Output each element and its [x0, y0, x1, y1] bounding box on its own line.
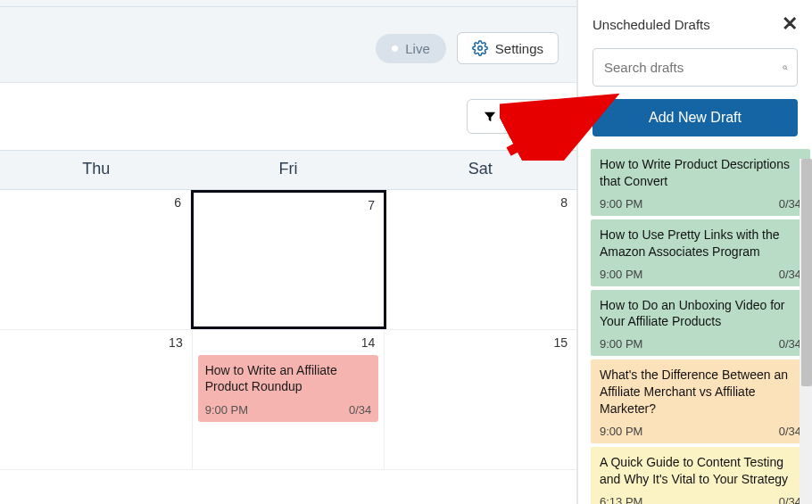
- day-head-sat: Sat: [385, 151, 576, 189]
- draft-title: How to Use Pretty Links with the Amazon …: [600, 227, 801, 260]
- draft-time: 6:13 PM: [600, 495, 642, 504]
- filters-label: Filters: [505, 109, 542, 124]
- svg-point-1: [783, 65, 787, 69]
- draft-title: A Quick Guide to Content Testing and Why…: [600, 454, 801, 488]
- add-new-draft-button[interactable]: Add New Draft: [592, 99, 798, 136]
- draft-card[interactable]: How to Do an Unboxing Video for Your Aff…: [591, 290, 810, 357]
- calendar-cell[interactable]: 15: [385, 330, 576, 469]
- event-title: How to Write an Affiliate Product Roundu…: [205, 362, 372, 394]
- calendar-cell[interactable]: 13: [0, 330, 193, 469]
- live-dot-icon: [392, 45, 398, 52]
- close-icon[interactable]: ✕: [782, 12, 798, 36]
- draft-title: How to Do an Unboxing Video for Your Aff…: [600, 297, 801, 331]
- header-bar: Live Settings: [0, 7, 576, 83]
- cell-date: 15: [390, 335, 571, 350]
- event-time: 9:00 PM: [205, 403, 248, 417]
- cell-date: 6: [5, 195, 185, 210]
- draft-count: 0/34: [779, 268, 801, 281]
- draft-card[interactable]: What's the Difference Between an Affilia…: [591, 359, 810, 443]
- settings-button[interactable]: Settings: [457, 32, 559, 64]
- draft-card[interactable]: A Quick Guide to Content Testing and Why…: [591, 447, 810, 504]
- calendar-cell[interactable]: 8: [386, 190, 576, 329]
- svg-line-2: [786, 68, 788, 70]
- live-label: Live: [405, 41, 430, 56]
- draft-count: 0/34: [779, 197, 801, 211]
- settings-label: Settings: [495, 41, 543, 56]
- calendar-cell-selected[interactable]: 7: [191, 190, 386, 329]
- draft-count: 0/34: [779, 495, 801, 504]
- calendar-cell[interactable]: 6: [0, 190, 191, 329]
- drafts-list[interactable]: How to Write Product Descriptions that C…: [578, 149, 812, 504]
- funnel-icon: [484, 111, 496, 123]
- draft-card[interactable]: How to Write Product Descriptions that C…: [591, 149, 810, 216]
- scrollbar-track[interactable]: [800, 159, 812, 504]
- draft-time: 9:00 PM: [600, 268, 642, 281]
- draft-title: What's the Difference Between an Affilia…: [600, 367, 801, 417]
- cell-date: 14: [198, 335, 379, 350]
- filters-button[interactable]: Filters: [467, 99, 559, 134]
- draft-time: 9:00 PM: [600, 425, 642, 438]
- calendar-cell[interactable]: 14 How to Write an Affiliate Product Rou…: [193, 330, 385, 469]
- cell-date: 7: [199, 198, 378, 212]
- calendar-header: Thu Fri Sat: [0, 150, 576, 190]
- draft-time: 9:00 PM: [600, 197, 642, 211]
- draft-count: 0/34: [779, 337, 801, 351]
- drafts-sidebar: Unscheduled Drafts ✕ Add New Draft How t…: [578, 0, 812, 504]
- gear-icon: [472, 40, 488, 56]
- sidebar-title: Unscheduled Drafts: [592, 17, 710, 32]
- calendar-grid: 6 7 8 13 14 How to: [0, 190, 576, 470]
- scrollbar-thumb[interactable]: [801, 159, 812, 386]
- draft-count: 0/34: [779, 425, 801, 438]
- search-input[interactable]: [595, 51, 783, 84]
- day-head-thu: Thu: [0, 151, 192, 189]
- day-head-fri: Fri: [192, 151, 384, 189]
- cell-date: 13: [5, 335, 186, 350]
- search-box[interactable]: [592, 48, 798, 87]
- draft-time: 9:00 PM: [600, 337, 642, 351]
- toolbar: Filters: [0, 83, 576, 150]
- cell-date: 8: [392, 195, 571, 210]
- draft-card[interactable]: How to Use Pretty Links with the Amazon …: [591, 219, 810, 286]
- search-icon: [783, 60, 788, 76]
- event-count: 0/34: [349, 403, 371, 417]
- draft-title: How to Write Product Descriptions that C…: [600, 156, 801, 190]
- svg-point-0: [478, 46, 483, 51]
- calendar-event[interactable]: How to Write an Affiliate Product Roundu…: [198, 355, 379, 422]
- live-button[interactable]: Live: [376, 34, 446, 63]
